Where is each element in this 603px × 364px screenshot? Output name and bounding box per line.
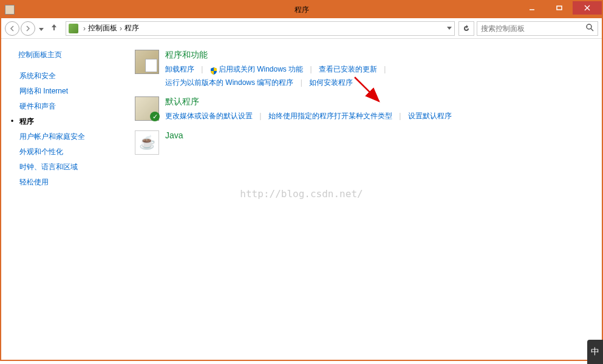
- shield-icon: [210, 66, 217, 73]
- link-how-to-install[interactable]: 如何安装程序: [309, 78, 353, 87]
- programs-features-icon: [135, 50, 159, 74]
- link-view-updates[interactable]: 查看已安装的更新: [319, 65, 377, 73]
- refresh-button[interactable]: [458, 21, 474, 36]
- search-icon: [586, 24, 594, 33]
- sidebar-home-link[interactable]: 控制面板主页: [18, 50, 123, 60]
- navigation-bar: › 控制面板 › 程序: [1, 18, 602, 39]
- search-input[interactable]: [481, 24, 586, 33]
- category-java: ☕ Java: [135, 130, 590, 155]
- breadcrumb-root[interactable]: 控制面板: [88, 23, 117, 33]
- link-windows-features[interactable]: 启用或关闭 Windows 功能: [219, 65, 303, 73]
- sidebar-item-accounts[interactable]: 用户帐户和家庭安全: [18, 132, 123, 142]
- up-button[interactable]: [50, 23, 58, 34]
- link-uninstall[interactable]: 卸载程序: [165, 65, 194, 73]
- category-default-programs: 默认程序 更改媒体或设备的默认设置 | 始终使用指定的程序打开某种文件类型 | …: [135, 96, 590, 123]
- history-dropdown-icon[interactable]: [39, 23, 44, 34]
- back-button[interactable]: [5, 21, 19, 36]
- close-button[interactable]: [573, 1, 602, 15]
- search-box[interactable]: [477, 21, 598, 36]
- sidebar-item-network[interactable]: 网络和 Internet: [18, 86, 123, 96]
- svg-point-4: [587, 24, 591, 29]
- sidebar: 控制面板主页 系统和安全 网络和 Internet 硬件和声音 程序 用户帐户和…: [1, 39, 123, 359]
- app-icon: [5, 5, 15, 15]
- category-title-programs[interactable]: 程序和功能: [165, 50, 590, 61]
- link-file-associations[interactable]: 始终使用指定的程序打开某种文件类型: [268, 112, 392, 120]
- sidebar-item-appearance[interactable]: 外观和个性化: [18, 147, 123, 157]
- chevron-down-icon[interactable]: [447, 27, 452, 30]
- default-programs-icon: [135, 96, 159, 121]
- maximize-button[interactable]: [545, 1, 573, 15]
- chevron-right-icon: ›: [83, 24, 86, 33]
- chevron-right-icon: ›: [120, 24, 122, 33]
- control-panel-icon: [69, 24, 78, 33]
- svg-rect-1: [557, 6, 562, 10]
- link-compatibility[interactable]: 运行为以前版本的 Windows 编写的程序: [165, 78, 293, 87]
- svg-line-5: [591, 29, 593, 31]
- link-set-defaults[interactable]: 设置默认程序: [408, 112, 452, 120]
- category-programs-features: 程序和功能 卸载程序 | 启用或关闭 Windows 功能 | 查看已安装的更新…: [135, 50, 590, 89]
- sidebar-item-clock[interactable]: 时钟、语言和区域: [18, 162, 123, 172]
- titlebar: 程序: [1, 1, 602, 18]
- main-content: 程序和功能 卸载程序 | 启用或关闭 Windows 功能 | 查看已安装的更新…: [123, 39, 602, 359]
- category-title-java[interactable]: Java: [165, 130, 590, 140]
- breadcrumb[interactable]: › 控制面板 › 程序: [66, 21, 455, 36]
- sidebar-item-hardware[interactable]: 硬件和声音: [18, 101, 123, 112]
- sidebar-item-system[interactable]: 系统和安全: [18, 71, 123, 81]
- ime-indicator[interactable]: 中: [587, 340, 603, 364]
- sidebar-item-programs[interactable]: 程序: [18, 116, 123, 127]
- window-title: 程序: [295, 5, 309, 15]
- category-title-defaults[interactable]: 默认程序: [165, 96, 590, 107]
- sidebar-item-ease[interactable]: 轻松使用: [18, 177, 123, 187]
- minimize-button[interactable]: [518, 1, 545, 15]
- forward-button[interactable]: [21, 21, 35, 36]
- breadcrumb-current[interactable]: 程序: [124, 23, 139, 33]
- java-icon: ☕: [135, 130, 159, 155]
- link-media-defaults[interactable]: 更改媒体或设备的默认设置: [165, 112, 253, 120]
